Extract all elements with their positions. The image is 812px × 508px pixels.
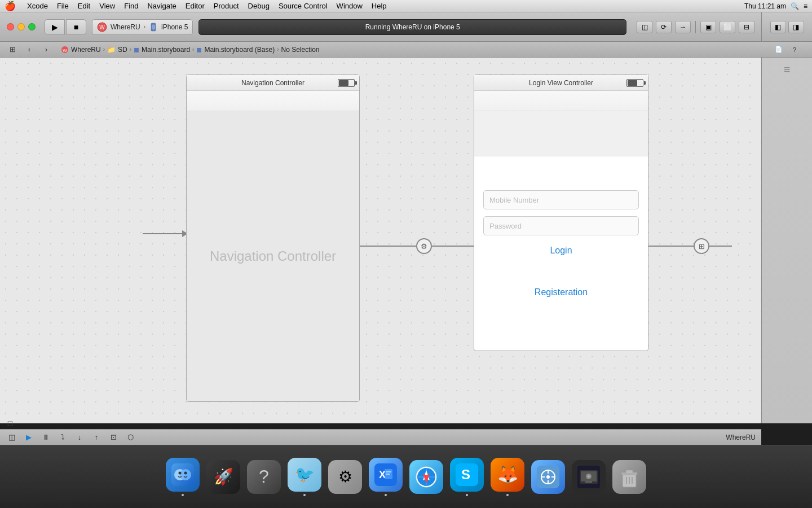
dock-twitterrific[interactable]: 🐦 [288,458,321,496]
dock-sysprefs[interactable]: ⚙ [328,460,362,494]
svg-point-12 [184,471,187,474]
stop-icon: ■ [74,23,78,32]
menubar-xcode[interactable]: Xcode [27,2,48,10]
scheme-device-name: iPhone 5 [161,23,188,31]
dock-itunes[interactable] [572,460,606,494]
forward-btn[interactable]: › [39,44,53,55]
simulate-location-btn[interactable]: ⬡ [124,432,136,443]
menubar-help[interactable]: Help [372,2,387,10]
battery-fill [339,80,348,86]
step-out-btn[interactable]: ↑ [90,432,103,443]
sidebar-lines-icon: ≡ [784,63,791,76]
menubar-find[interactable]: Find [124,2,138,10]
hide-inspector-toggle[interactable]: ◨ [788,21,804,33]
minimize-button[interactable] [17,23,25,30]
step-into-btn[interactable]: ↓ [73,432,86,443]
breadcrumb-noselection: No Selection [281,46,320,54]
xcode-icon: X [369,458,403,492]
stop-button[interactable]: ■ [66,19,86,35]
segue2-icon[interactable]: ⊞ [694,238,709,254]
dock-question[interactable]: ? [247,460,281,494]
assistant-editor-toggle[interactable]: ⬜ [720,21,735,33]
menubar-list-icon[interactable]: ≡ [804,2,807,10]
menubar: 🍎 Xcode File Edit View Find Navigate Edi… [0,0,812,12]
assistant-toggle[interactable]: ⟳ [656,21,672,33]
zoom-button[interactable] [28,23,36,30]
breadcrumb-sd-label: SD [118,46,127,54]
menubar-product[interactable]: Product [214,2,239,10]
toggle-debug-btn[interactable]: ◫ [6,432,18,443]
svg-text:W: W [99,24,105,30]
panel-toggle-btn[interactable]: ⊞ [6,44,19,55]
segue2-symbol: ⊞ [699,242,705,251]
quick-help-btn[interactable]: ? [788,44,801,55]
hide-navigator-toggle[interactable]: ◧ [770,21,786,33]
dock-xcode[interactable]: X [369,458,403,496]
standard-editor-toggle[interactable]: ▣ [700,21,716,33]
run-button[interactable]: ▶ [45,19,65,35]
breadcrumb-app[interactable]: W WhereRU [61,46,101,54]
login-form: Mobile Number Password Login Registerati… [474,156,648,310]
nav-controller-title: Navigation Controller [241,79,304,87]
dock-instruments[interactable] [531,460,565,494]
login-nav-bar [474,91,648,111]
apple-menu[interactable]: 🍎 [5,1,16,11]
arrow-1: › [103,46,105,52]
assist-icon: ⬜ [723,23,732,31]
navigator-toggle[interactable]: ◫ [637,21,652,33]
breadcrumb-base[interactable]: ◼ Main.storyboard (Base) [196,46,275,54]
login-view-controller[interactable]: Login View Controller Mobile Number Pass… [474,75,648,351]
jump-icon: → [679,23,686,31]
mobile-input[interactable]: Mobile Number [483,190,639,209]
debug-view-icon: ⊡ [111,433,117,441]
pause-btn[interactable]: ⏸ [39,432,52,443]
dock-firefox[interactable]: 🦊 [491,458,524,496]
bottom-bar: ◫ ▶ ⏸ ⤵ ↓ ↑ ⊡ ⬡ WhereRU [0,429,761,445]
scheme-app-name: WhereRU [111,23,140,31]
file-inspector-btn[interactable]: 📄 [773,44,785,55]
location-icon: ⬡ [127,433,134,441]
separator [695,21,696,33]
menubar-navigate[interactable]: Navigate [147,2,176,10]
bottom-left-toggle[interactable]: □ [5,418,16,429]
jump-toggle[interactable]: → [675,21,691,33]
dock-launchpad[interactable]: 🚀 [206,460,240,494]
menubar-editor[interactable]: Editor [186,2,205,10]
menubar-search-icon[interactable]: 🔍 [791,2,799,10]
entry-arrow [143,230,188,237]
play-btn[interactable]: ▶ [23,432,35,443]
dock-skype[interactable]: S [450,458,484,496]
password-input[interactable]: Password [483,216,639,235]
step-over-btn[interactable]: ⤵ [56,432,69,443]
dock-finder[interactable] [166,458,200,496]
menubar-file[interactable]: File [57,2,69,10]
segue-icon[interactable]: ⚙ [416,238,432,254]
storyboard-canvas[interactable]: Navigation Controller Navigation Control… [0,58,761,423]
step-out-icon: ↑ [95,433,99,441]
menubar-debug[interactable]: Debug [248,2,270,10]
login-button[interactable]: Login [483,242,639,259]
run-icon: ▶ [52,23,58,32]
menubar-edit[interactable]: Edit [78,2,90,10]
back-btn[interactable]: ‹ [23,44,36,55]
svg-point-5 [153,29,154,30]
dock-trash[interactable] [612,460,646,494]
nav-bar-area [187,91,359,111]
breadcrumb-app-label: WhereRU [71,46,101,54]
breadcrumb-sd[interactable]: 📁 SD [107,46,127,54]
question-icon: ? [247,460,281,494]
inspector-toolbar: 📄 ? [761,42,812,58]
dock-safari[interactable] [409,460,443,494]
itunes-icon [572,460,606,494]
nav-controller[interactable]: Navigation Controller Navigation Control… [186,75,360,402]
menubar-window[interactable]: Window [337,2,363,10]
breadcrumb-storyboard[interactable]: ◼ Main.storyboard [134,46,190,54]
svg-rect-17 [386,474,390,475]
close-button[interactable] [7,23,14,30]
register-button[interactable]: Registeration [483,284,639,301]
debug-view-btn[interactable]: ⊡ [107,432,120,443]
menubar-view[interactable]: View [99,2,115,10]
version-editor-toggle[interactable]: ⊟ [739,21,754,33]
menubar-source-control[interactable]: Source Control [279,2,328,10]
scheme-selector[interactable]: W WhereRU › iPhone 5 [92,19,193,35]
